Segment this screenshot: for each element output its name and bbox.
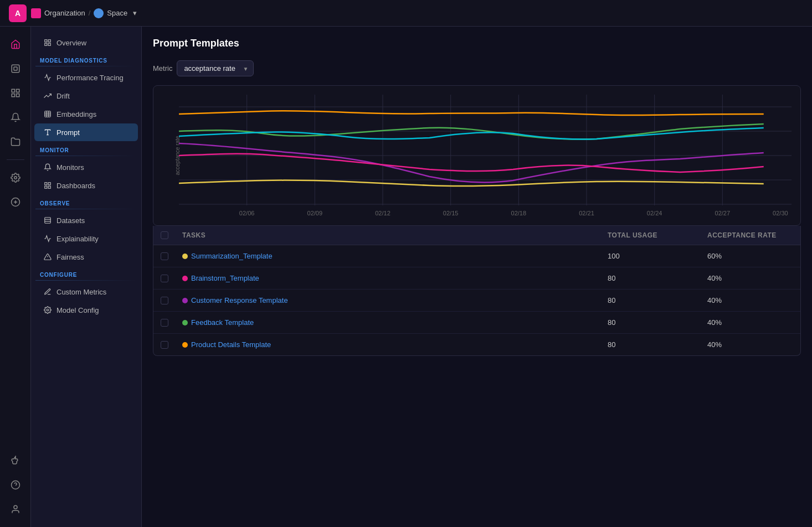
row3-checkbox-cell bbox=[153, 290, 176, 311]
topbar: A Organization / Space ▾ bbox=[0, 0, 812, 27]
sidebar-item-drift[interactable]: Drift bbox=[34, 87, 138, 105]
prompt-label: Prompt bbox=[56, 128, 80, 137]
svg-rect-15 bbox=[45, 43, 47, 45]
row3-task: Customer Response Template bbox=[176, 290, 601, 311]
row2-rate: 40% bbox=[701, 267, 800, 289]
row3-usage: 80 bbox=[601, 290, 701, 311]
row3-checkbox[interactable] bbox=[161, 297, 168, 304]
row4-task: Feedback Template bbox=[176, 312, 601, 333]
breadcrumb-chevron-icon[interactable]: ▾ bbox=[133, 9, 137, 17]
chart-wrapper: 0.9 0.7 0.5 0.3 0 bbox=[179, 95, 792, 216]
explainability-icon bbox=[43, 234, 52, 243]
row4-task-link[interactable]: Feedback Template bbox=[182, 318, 594, 327]
icon-sidebar-divider bbox=[7, 159, 24, 160]
row2-checkbox-cell bbox=[153, 268, 176, 289]
sidebar-item-dashboards[interactable]: Dashboards bbox=[34, 177, 138, 194]
row1-rate: 60% bbox=[701, 245, 800, 267]
org-name: Organization bbox=[44, 9, 85, 17]
row1-task-link[interactable]: Summarization_Template bbox=[182, 252, 594, 260]
configure-divider bbox=[35, 280, 137, 281]
row2-usage: 80 bbox=[601, 267, 701, 289]
sidebar-icon-grid[interactable] bbox=[4, 82, 27, 104]
sidebar-item-datasets[interactable]: Datasets bbox=[34, 211, 138, 229]
row4-usage: 80 bbox=[601, 312, 701, 333]
metric-dropdown-wrapper: acceptance rate total usage bbox=[177, 60, 254, 76]
sidebar-item-performance-tracing[interactable]: Performance Tracing bbox=[34, 69, 138, 86]
table-container: Tasks Total Usage Acceptance Rate Summar… bbox=[153, 226, 801, 356]
svg-rect-16 bbox=[48, 43, 50, 45]
table-row: Feedback Template 80 40% bbox=[153, 312, 800, 334]
monitor-divider bbox=[35, 156, 137, 156]
row2-task-link[interactable]: Brainstorm_Template bbox=[182, 274, 594, 282]
custom-metrics-label: Custom Metrics bbox=[56, 288, 106, 296]
svg-text:02/06: 02/06 bbox=[239, 210, 255, 216]
svg-rect-26 bbox=[45, 186, 47, 188]
svg-text:02/18: 02/18 bbox=[511, 210, 527, 216]
row4-dot bbox=[182, 320, 188, 326]
svg-rect-24 bbox=[45, 183, 47, 185]
svg-rect-0 bbox=[12, 65, 19, 73]
sidebar-icon-plugin[interactable] bbox=[4, 191, 27, 213]
row3-task-link[interactable]: Customer Response Template bbox=[182, 296, 594, 304]
sidebar-item-overview[interactable]: Overview bbox=[34, 34, 138, 51]
row5-checkbox[interactable] bbox=[161, 341, 168, 349]
svg-text:02/30: 02/30 bbox=[773, 210, 788, 216]
sidebar-icon-box[interactable] bbox=[4, 58, 27, 80]
svg-text:02/12: 02/12 bbox=[375, 210, 390, 216]
svg-rect-25 bbox=[48, 183, 50, 185]
prompt-icon bbox=[43, 128, 52, 137]
select-all-checkbox[interactable] bbox=[161, 231, 168, 239]
model-diagnostics-section-label: MODEL DIAGNOSTICS bbox=[31, 52, 141, 66]
row3-rate: 40% bbox=[701, 290, 800, 311]
svg-point-6 bbox=[14, 177, 17, 179]
row1-task-name: Summarization_Template bbox=[191, 252, 273, 260]
sidebar-item-model-config[interactable]: Model Config bbox=[34, 301, 138, 319]
table-header-rate: Acceptance Rate bbox=[701, 226, 800, 245]
row5-dot bbox=[182, 342, 188, 348]
metric-dropdown[interactable]: acceptance rate total usage bbox=[177, 60, 254, 76]
svg-rect-5 bbox=[16, 94, 19, 97]
row1-checkbox-cell bbox=[153, 246, 176, 267]
overview-icon bbox=[43, 38, 52, 47]
observe-section-label: OBSERVE bbox=[31, 195, 141, 209]
svg-rect-27 bbox=[48, 186, 50, 188]
custom-metrics-icon bbox=[43, 287, 52, 296]
row4-checkbox[interactable] bbox=[161, 319, 168, 327]
row5-task-link[interactable]: Product Details Template bbox=[182, 340, 594, 349]
performance-tracing-label: Performance Tracing bbox=[56, 74, 124, 82]
dashboards-icon bbox=[43, 181, 52, 190]
drift-icon bbox=[43, 91, 52, 100]
svg-rect-14 bbox=[48, 40, 50, 42]
row2-checkbox[interactable] bbox=[161, 275, 168, 282]
sidebar-icon-help[interactable] bbox=[4, 474, 27, 496]
datasets-icon bbox=[43, 216, 52, 225]
row3-dot bbox=[182, 298, 188, 303]
row2-task-name: Brainstorm_Template bbox=[191, 274, 259, 282]
monitor-section-label: MONITOR bbox=[31, 142, 141, 156]
monitors-icon bbox=[43, 163, 52, 172]
sidebar-icon-rocket[interactable] bbox=[4, 450, 27, 472]
sidebar-icon-bell[interactable] bbox=[4, 106, 27, 128]
sidebar-icon-home[interactable] bbox=[4, 33, 27, 55]
sidebar-icon-user[interactable] bbox=[4, 498, 27, 520]
row1-checkbox[interactable] bbox=[161, 252, 168, 260]
sidebar-item-fairness[interactable]: Fairness bbox=[34, 248, 138, 266]
row1-usage: 100 bbox=[601, 245, 701, 267]
embeddings-icon bbox=[43, 110, 52, 118]
datasets-label: Datasets bbox=[56, 216, 85, 225]
row4-rate: 40% bbox=[701, 312, 800, 333]
sidebar-item-embeddings[interactable]: Embeddings bbox=[34, 105, 138, 123]
row2-dot bbox=[182, 276, 188, 281]
sidebar-icon-folder[interactable] bbox=[4, 131, 27, 153]
sidebar-item-explainability[interactable]: Explainability bbox=[34, 230, 138, 247]
sidebar-item-monitors[interactable]: Monitors bbox=[34, 158, 138, 176]
svg-text:02/21: 02/21 bbox=[579, 210, 594, 216]
fairness-label: Fairness bbox=[56, 253, 84, 261]
metric-label: Metric bbox=[153, 64, 172, 73]
sidebar-item-custom-metrics[interactable]: Custom Metrics bbox=[34, 283, 138, 301]
chart-svg: 0.9 0.7 0.5 0.3 0 bbox=[179, 95, 792, 216]
sidebar-icon-settings[interactable] bbox=[4, 167, 27, 189]
sidebar-item-prompt[interactable]: Prompt bbox=[34, 123, 138, 141]
app-logo: A bbox=[9, 4, 27, 22]
row4-task-name: Feedback Template bbox=[191, 318, 254, 327]
